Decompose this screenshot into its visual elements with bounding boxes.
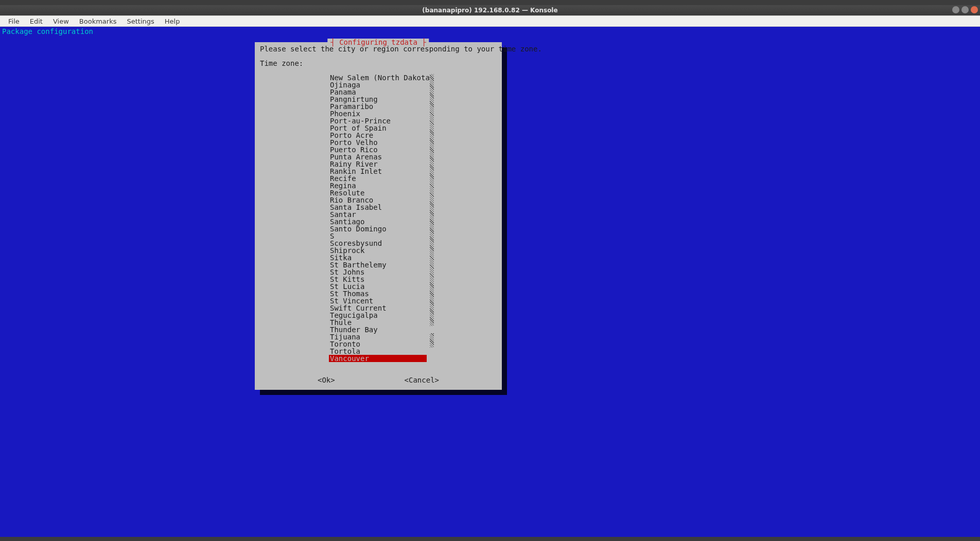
list-item[interactable]: Punta Arenas [329,153,427,160]
list-item[interactable]: Puerto Rico [329,146,427,153]
list-item[interactable]: Resolute [329,189,427,196]
list-item[interactable]: Swift Current [329,304,427,312]
scrollbar[interactable] [430,74,434,362]
desktop-top-strip [0,0,980,5]
list-item[interactable]: Porto Velho [329,139,427,146]
list-item[interactable]: Regina [329,182,427,189]
page-title: Package configuration [2,28,978,35]
dialog-subprompt: Time zone: [260,60,497,67]
list-item[interactable]: Phoenix [329,110,427,117]
desktop-bottom-strip [0,537,980,541]
list-item[interactable]: Santiago [329,218,427,225]
tzdata-dialog: ┤ Configuring tzdata ├ Please select the… [255,42,502,390]
minimize-icon[interactable] [952,6,959,13]
ok-button[interactable]: <Ok> [318,376,335,384]
list-item[interactable]: Port of Spain [329,124,427,132]
list-item[interactable]: Sitka [329,254,427,261]
dialog-wrapper: ┤ Configuring tzdata ├ Please select the… [255,42,502,390]
list-item[interactable]: Porto Acre [329,132,427,139]
dialog-buttons: <Ok> <Cancel> [260,376,497,384]
list-item[interactable]: Santa Isabel [329,204,427,211]
list-item[interactable]: Panama [329,88,427,96]
menu-view[interactable]: View [48,17,74,25]
list-item[interactable]: New Salem (North Dakota) [329,74,427,81]
list-item[interactable]: St Kitts [329,276,427,283]
close-icon[interactable] [971,6,978,13]
list-item[interactable]: Vancouver [329,355,427,362]
list-item[interactable]: Santo Domingo [329,225,427,232]
list-item[interactable]: Paramaribo [329,103,427,110]
menu-help[interactable]: Help [160,17,185,25]
window-titlebar: (bananapipro) 192.168.0.82 — Konsole [0,5,980,15]
menu-settings[interactable]: Settings [121,17,159,25]
list-item[interactable]: St Johns [329,268,427,276]
window-controls [952,6,978,13]
scroll-thumb[interactable] [430,333,434,348]
list-item[interactable]: Toronto [329,340,427,348]
list-item[interactable]: St Vincent [329,297,427,304]
list-item[interactable]: Rankin Inlet [329,168,427,175]
list-item[interactable]: Thule [329,319,427,326]
list-item[interactable]: Scoresbysund [329,240,427,247]
list-item[interactable]: Tegucigalpa [329,312,427,319]
list-item[interactable]: Rainy River [329,160,427,168]
timezone-list[interactable]: New Salem (North Dakota)OjinagaPanamaPan… [329,74,427,362]
list-item[interactable]: Tortola [329,348,427,355]
list-item[interactable]: Shiprock [329,247,427,254]
dialog-title: ┤ Configuring tzdata ├ [327,39,429,46]
scroll-gap [430,326,434,333]
window-title: (bananapipro) 192.168.0.82 — Konsole [422,5,557,15]
list-item[interactable]: St Thomas [329,290,427,297]
cancel-button[interactable]: <Cancel> [405,376,439,384]
menu-file[interactable]: File [3,17,25,25]
terminal-viewport[interactable]: Package configuration ┤ Configuring tzda… [0,27,980,541]
list-item[interactable]: Rio Branco [329,196,427,204]
menu-bookmarks[interactable]: Bookmarks [74,17,122,25]
list-item[interactable]: Pangnirtung [329,96,427,103]
list-item[interactable]: Santar [329,211,427,218]
list-item[interactable]: St Lucia [329,283,427,290]
list-item[interactable]: Port-au-Prince [329,117,427,124]
list-item[interactable]: Thunder Bay [329,326,427,333]
list-item[interactable]: S [329,232,427,240]
list-item[interactable]: Tijuana [329,333,427,340]
scroll-track-upper [430,74,434,326]
menu-edit[interactable]: Edit [25,17,48,25]
menubar: File Edit View Bookmarks Settings Help [0,15,980,27]
dialog-prompt: Please select the city or region corresp… [260,45,497,52]
list-item[interactable]: St Barthelemy [329,261,427,268]
list-item[interactable]: Ojinaga [329,81,427,88]
maximize-icon[interactable] [961,6,969,13]
list-item[interactable]: Recife [329,175,427,182]
list-area: New Salem (North Dakota)OjinagaPanamaPan… [329,74,497,362]
